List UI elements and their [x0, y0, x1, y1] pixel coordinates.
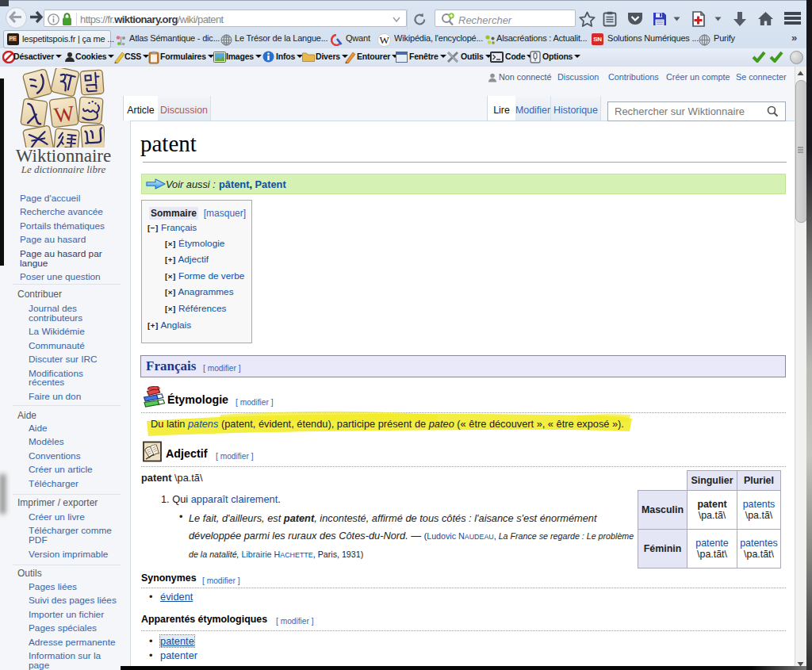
svg-text:W: W [52, 101, 75, 127]
